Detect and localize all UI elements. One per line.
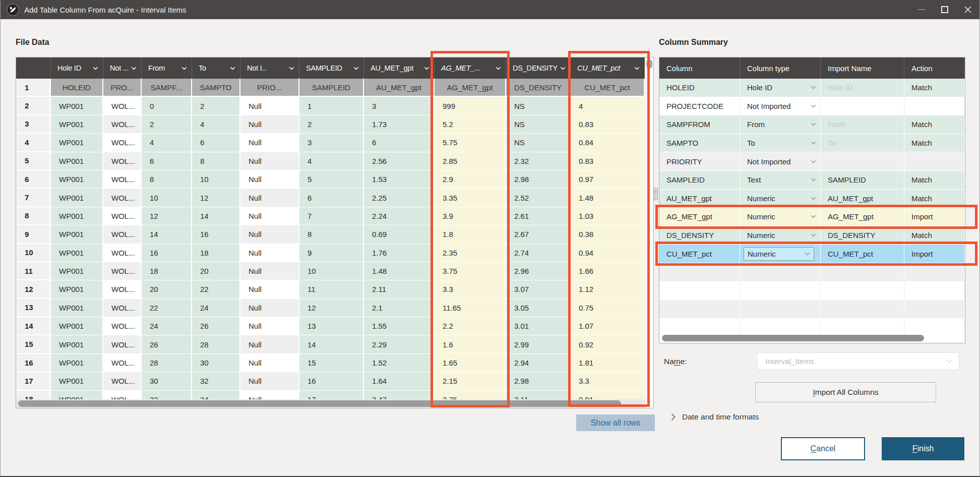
summary-type-dropdown[interactable]: Hole ID	[740, 79, 821, 97]
file-column-header-sampleid[interactable]: SAMPLEID	[299, 57, 364, 79]
file-column-header-au-met-gpt[interactable]: AU_MET_gpt	[364, 57, 435, 79]
table-cell: WP001	[51, 299, 103, 317]
summary-cell-import-name[interactable]	[821, 97, 904, 116]
summary-cell-action[interactable]	[904, 97, 965, 116]
table-cell: 1.55	[364, 317, 435, 335]
column-header-label: Not ...	[110, 64, 129, 72]
summary-type-dropdown[interactable]: Not Imported	[740, 152, 821, 171]
file-column-header-from[interactable]: From	[142, 57, 192, 79]
summary-type-dropdown[interactable]: Numeric	[740, 190, 821, 208]
summary-type-dropdown[interactable]	[740, 282, 821, 301]
table-cell: Null	[240, 262, 299, 280]
summary-cell-import-name[interactable]: AU_MET_gpt	[821, 190, 904, 208]
column-header-label: DS_DENSITY	[513, 64, 558, 72]
summary-type-dropdown[interactable]: Numeric	[740, 226, 821, 245]
table-cell: WOL...	[103, 317, 142, 335]
summary-type-dropdown[interactable]: Numeric	[740, 208, 821, 226]
field-name-cell: AG_MET_gpt	[435, 79, 506, 97]
table-cell: WP001	[51, 280, 103, 299]
summary-cell-action[interactable]	[904, 263, 965, 282]
summary-cell-column[interactable]	[659, 263, 740, 282]
file-column-header-ds-density[interactable]: DS_DENSITY	[506, 57, 571, 79]
summary-cell-import-name[interactable]	[821, 263, 904, 282]
close-button[interactable]	[956, 0, 979, 19]
table-cell: WOL...	[103, 372, 142, 390]
summary-type-dropdown[interactable]: Text	[740, 171, 821, 190]
summary-type-dropdown[interactable]	[740, 300, 821, 319]
column-type-value: From	[747, 120, 765, 129]
summary-cell-import-name[interactable]: DS_DENSITY	[821, 226, 904, 245]
horizontal-scrollbar-thumb[interactable]	[18, 400, 621, 407]
summary-cell-action[interactable]	[904, 152, 965, 171]
finish-button[interactable]: Finish	[882, 437, 964, 460]
file-data-grid: Hole IDNot ...FromToNot I..SAMPLEIDAU_ME…	[16, 57, 645, 408]
summary-cell-column[interactable]: AU_MET_gpt	[659, 190, 740, 208]
table-cell: 0.83	[571, 152, 645, 170]
summary-cell-action[interactable]: Match	[904, 134, 965, 153]
summary-horizontal-scrollbar-thumb[interactable]	[662, 335, 924, 341]
summary-cell-import-name[interactable]: From	[821, 115, 904, 134]
summary-cell-action[interactable]: Match	[904, 79, 965, 97]
summary-cell-import-name[interactable]: Hole ID	[821, 79, 904, 97]
summary-type-dropdown[interactable]: Numeric	[740, 245, 821, 263]
file-column-header-hole-id[interactable]: Hole ID	[51, 57, 103, 79]
row-number: 3	[16, 115, 51, 134]
summary-cell-action[interactable]	[904, 300, 965, 319]
maximize-button[interactable]	[933, 0, 956, 19]
minimize-button[interactable]	[910, 0, 933, 19]
summary-cell-import-name[interactable]	[821, 152, 904, 171]
summary-cell-column[interactable]: CU_MET_pct	[659, 245, 740, 263]
import-all-columns-button[interactable]: Import All Columns	[755, 382, 936, 402]
cancel-button[interactable]: Cancel	[781, 437, 865, 460]
vertical-scrollbar[interactable]	[645, 57, 653, 408]
summary-cell-action[interactable]: Match	[904, 171, 965, 190]
summary-type-dropdown[interactable]: Not Imported	[740, 97, 821, 116]
summary-cell-column[interactable]: DS_DENSITY	[659, 226, 740, 245]
file-column-header-cu-met-pct[interactable]: CU_MET_pct	[571, 57, 645, 79]
summary-cell-import-name[interactable]: SAMPLEID	[821, 171, 904, 190]
summary-horizontal-scrollbar[interactable]	[659, 333, 965, 343]
column-header-label: AU_MET_gpt	[371, 64, 413, 72]
table-cell: WP001	[51, 170, 103, 189]
chevron-down-icon	[811, 104, 816, 108]
file-column-header-not-i-[interactable]: Not I..	[240, 57, 299, 79]
summary-cell-column[interactable]: SAMPFROM	[659, 115, 740, 134]
row-drag-handle-icon[interactable]	[653, 188, 658, 201]
column-type-combobox[interactable]: Numeric	[744, 247, 814, 261]
summary-cell-import-name[interactable]: CU_MET_pct	[821, 245, 904, 263]
summary-cell-action[interactable]	[904, 282, 965, 301]
summary-cell-import-name[interactable]: AG_MET_gpt	[821, 208, 904, 226]
file-column-header-ag-met-[interactable]: AG_MET_...	[435, 57, 506, 79]
summary-cell-column[interactable]	[659, 282, 740, 301]
file-column-header-not-[interactable]: Not ...	[103, 57, 142, 79]
summary-cell-action[interactable]: Match	[904, 226, 965, 245]
summary-type-dropdown[interactable]	[740, 263, 821, 282]
row-number: 5	[16, 152, 51, 170]
summary-cell-import-name[interactable]: To	[821, 134, 904, 153]
summary-cell-column[interactable]: PROJECTCODE	[659, 97, 740, 116]
summary-cell-import-name[interactable]	[821, 300, 904, 319]
summary-cell-column[interactable]: SAMPTO	[659, 134, 740, 153]
table-cell: WOL...	[103, 335, 142, 353]
table-cell: NS	[506, 134, 571, 152]
summary-cell-column[interactable]: SAMPLEID	[659, 171, 740, 190]
table-cell: WOL...	[103, 134, 142, 152]
summary-cell-action[interactable]: Import	[904, 208, 965, 226]
name-combobox[interactable]: Interval_Items	[757, 352, 959, 370]
summary-cell-column[interactable]: HOLEID	[659, 79, 740, 97]
show-all-rows-button[interactable]: Show all rows	[576, 414, 655, 431]
summary-type-dropdown[interactable]: To	[740, 134, 821, 153]
horizontal-scrollbar[interactable]	[16, 399, 645, 408]
file-column-header-to[interactable]: To	[192, 57, 240, 79]
table-cell: Null	[240, 335, 299, 353]
summary-cell-column[interactable]	[659, 300, 740, 319]
summary-cell-action[interactable]: Import	[904, 245, 965, 263]
summary-cell-action[interactable]: Match	[904, 115, 965, 134]
date-time-formats-expander[interactable]: Date and time formats	[671, 412, 759, 422]
vertical-scrollbar-thumb[interactable]	[646, 59, 652, 69]
summary-cell-column[interactable]: PRIORITY	[659, 152, 740, 171]
summary-type-dropdown[interactable]: From	[740, 115, 821, 134]
summary-cell-column[interactable]: AG_MET_gpt	[659, 208, 740, 226]
summary-cell-action[interactable]: Match	[904, 190, 965, 208]
summary-cell-import-name[interactable]	[821, 282, 904, 301]
